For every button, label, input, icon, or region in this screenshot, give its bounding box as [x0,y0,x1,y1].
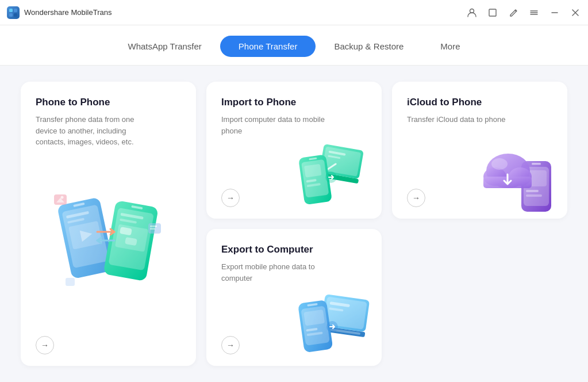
import-illustration [295,144,376,213]
svg-rect-32 [150,228,155,230]
nav-bar: WhatsApp Transfer Phone Transfer Backup … [0,25,588,66]
svg-rect-2 [9,13,13,17]
card-phone-to-phone-title: Phone to Phone [36,97,181,108]
card-icloud-title: iCloud to Phone [407,97,552,108]
tab-more[interactable]: More [422,36,478,57]
svg-point-29 [60,196,63,199]
menu-icon[interactable] [528,7,540,18]
card-phone-to-phone[interactable]: Phone to Phone Transfer phone data from … [21,82,196,366]
svg-rect-66 [303,310,325,326]
close-icon[interactable] [570,7,581,18]
card-import-title: Import to Phone [221,97,367,108]
svg-rect-33 [66,278,75,286]
card-export-desc: Export mobile phone data to computer [221,261,336,284]
svg-point-56 [491,158,508,170]
card-export-to-computer[interactable]: Export to Computer Export mobile phone d… [206,229,382,366]
svg-rect-31 [150,226,157,227]
card-export-arrow[interactable]: → [221,336,240,354]
titlebar-controls [466,7,581,18]
titlebar-left: Wondershare MobileTrans [7,6,112,19]
card-import-to-phone[interactable]: Import to Phone Import computer data to … [206,82,382,219]
edit-icon[interactable] [508,7,519,18]
app-icon [7,6,20,19]
square-icon[interactable] [487,7,498,18]
card-phone-to-phone-arrow[interactable]: → [36,336,54,354]
svg-rect-0 [9,9,13,12]
svg-rect-3 [14,13,17,17]
card-icloud-arrow[interactable]: → [407,189,425,207]
svg-rect-48 [532,163,541,165]
svg-rect-51 [526,194,542,197]
card-import-arrow[interactable]: → [221,189,240,207]
phone-to-phone-illustration [48,189,169,304]
tab-whatsapp-transfer[interactable]: WhatsApp Transfer [109,36,220,57]
user-icon[interactable] [466,7,478,18]
card-icloud-desc: Transfer iCloud data to phone [407,114,522,125]
titlebar: Wondershare MobileTrans [0,0,588,25]
card-icloud-to-phone[interactable]: iCloud to Phone Transfer iCloud data to … [392,82,567,219]
svg-rect-42 [304,164,322,178]
export-illustration [297,291,377,360]
main-content: Phone to Phone Transfer phone data from … [0,66,588,382]
app-title: Wondershare MobileTrans [24,8,112,17]
svg-rect-5 [489,9,496,16]
card-import-desc: Import computer data to mobile phone [221,114,336,136]
icloud-illustration [482,144,563,213]
card-export-title: Export to Computer [221,244,367,255]
svg-rect-50 [526,190,539,192]
card-phone-to-phone-desc: Transfer phone data from one device to a… [36,114,151,148]
svg-rect-1 [14,9,17,12]
tab-phone-transfer[interactable]: Phone Transfer [220,36,316,57]
minimize-icon[interactable] [549,7,560,18]
tab-backup-restore[interactable]: Backup & Restore [316,36,422,57]
